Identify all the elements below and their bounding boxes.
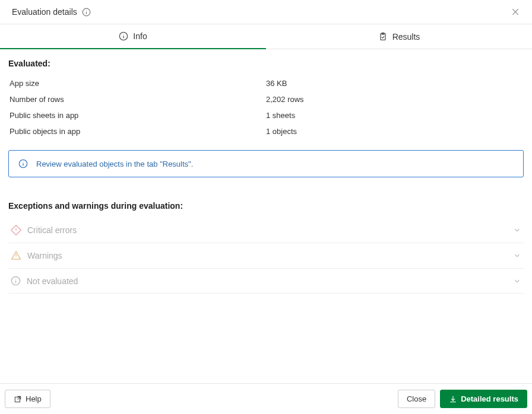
error-diamond-icon bbox=[11, 225, 21, 235]
external-link-icon bbox=[14, 395, 22, 403]
close-button[interactable]: Close bbox=[398, 390, 435, 408]
kv-key: Public objects in app bbox=[10, 127, 266, 136]
dialog-footer: Help Close Detailed results bbox=[0, 383, 532, 414]
clipboard-check-icon bbox=[378, 32, 388, 42]
tab-results[interactable]: Results bbox=[266, 24, 532, 49]
kv-val: 1 objects bbox=[266, 127, 522, 136]
accordion-label: Not evaluated bbox=[27, 276, 78, 286]
svg-point-12 bbox=[23, 161, 23, 162]
accordion-label: Critical errors bbox=[27, 225, 77, 235]
accordion-not-evaluated[interactable]: Not evaluated bbox=[8, 269, 524, 294]
tab-info[interactable]: Info bbox=[0, 24, 266, 49]
kv-key: Number of rows bbox=[10, 95, 266, 104]
accordion-warnings[interactable]: Warnings bbox=[8, 243, 524, 269]
info-icon bbox=[11, 276, 21, 286]
svg-point-18 bbox=[16, 257, 17, 258]
kv-val: 2,202 rows bbox=[266, 95, 522, 104]
table-row: Public objects in app 1 objects bbox=[8, 123, 524, 139]
tab-bar: Info Results bbox=[0, 24, 532, 49]
exceptions-heading: Exceptions and warnings during evaluatio… bbox=[8, 201, 524, 211]
detailed-results-button[interactable]: Detailed results bbox=[440, 390, 527, 408]
svg-point-7 bbox=[124, 34, 124, 34]
close-icon[interactable] bbox=[511, 7, 520, 17]
table-row: Number of rows 2,202 rows bbox=[8, 91, 524, 107]
kv-val: 1 sheets bbox=[266, 111, 522, 120]
dialog-header: Evaluation details bbox=[0, 0, 532, 24]
table-row: Public sheets in app 1 sheets bbox=[8, 107, 524, 123]
info-icon bbox=[119, 31, 128, 41]
accordion-critical-errors[interactable]: Critical errors bbox=[8, 218, 524, 243]
download-icon bbox=[449, 395, 457, 403]
svg-point-21 bbox=[15, 279, 16, 279]
close-button-label: Close bbox=[407, 394, 426, 403]
tab-info-label: Info bbox=[133, 31, 147, 41]
dialog-title: Evaluation details bbox=[12, 7, 77, 17]
kv-key: Public sheets in app bbox=[10, 111, 266, 120]
svg-point-15 bbox=[16, 232, 17, 233]
accordion-label: Warnings bbox=[27, 251, 62, 260]
info-callout-text: Review evaluated objects in the tab "Res… bbox=[36, 160, 193, 168]
svg-point-2 bbox=[86, 10, 87, 11]
table-row: App size 36 KB bbox=[8, 75, 524, 91]
evaluated-heading: Evaluated: bbox=[8, 59, 524, 68]
info-icon[interactable] bbox=[82, 8, 91, 17]
kv-val: 36 KB bbox=[266, 79, 522, 88]
detailed-results-label: Detailed results bbox=[461, 394, 518, 403]
warning-triangle-icon bbox=[11, 250, 21, 261]
info-callout: Review evaluated objects in the tab "Res… bbox=[8, 150, 524, 177]
chevron-down-icon bbox=[513, 277, 521, 285]
chevron-down-icon bbox=[513, 251, 521, 260]
chevron-down-icon bbox=[513, 226, 521, 234]
help-button[interactable]: Help bbox=[5, 390, 50, 408]
info-icon bbox=[18, 159, 28, 168]
tab-results-label: Results bbox=[392, 32, 420, 42]
content-area: Evaluated: App size 36 KB Number of rows… bbox=[0, 49, 532, 383]
help-button-label: Help bbox=[26, 394, 42, 403]
kv-key: App size bbox=[10, 79, 266, 88]
